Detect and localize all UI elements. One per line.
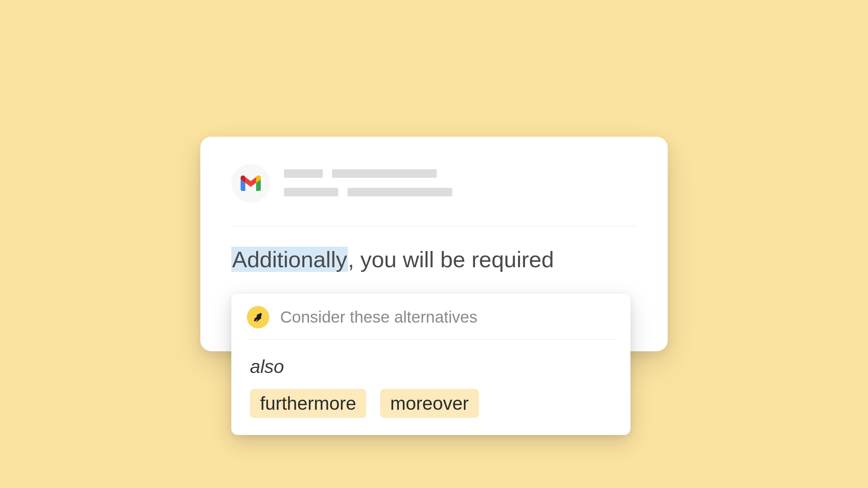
email-header (231, 164, 637, 226)
suggestion-badge-icon (247, 306, 269, 328)
gmail-icon (231, 164, 270, 203)
placeholder-skeleton (284, 169, 323, 178)
placeholder-skeleton (332, 169, 437, 178)
alternatives-list: also furthermore moreover (247, 356, 615, 418)
body-rest: you will be required (354, 247, 554, 272)
placeholder-skeleton (348, 188, 452, 196)
email-header-placeholders (284, 164, 452, 206)
suggestion-popup: Consider these alternatives also further… (231, 294, 630, 435)
highlighted-word[interactable]: Additionally (231, 247, 348, 272)
email-card: Additionally, you will be required Consi… (200, 137, 668, 351)
body-punctuation: , (348, 247, 354, 272)
alternative-chip[interactable]: furthermore (250, 389, 366, 418)
email-body-text[interactable]: Additionally, you will be required (231, 245, 637, 274)
alternative-chip[interactable]: moreover (380, 389, 479, 418)
popup-header: Consider these alternatives (247, 306, 615, 340)
alternative-plain[interactable]: also (250, 356, 615, 377)
placeholder-skeleton (284, 188, 338, 196)
popup-title: Consider these alternatives (280, 308, 477, 326)
